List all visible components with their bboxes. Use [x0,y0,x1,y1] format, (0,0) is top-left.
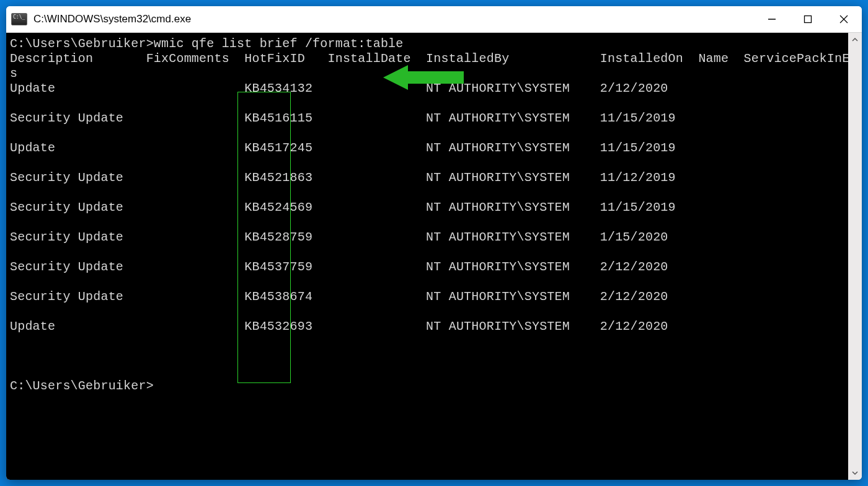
window-title: C:\WINDOWS\system32\cmd.exe [33,13,191,25]
client-area: C:\Users\Gebruiker>wmic qfe list brief /… [6,33,862,480]
minimize-button[interactable] [754,6,790,32]
window-buttons [754,6,862,32]
terminal[interactable]: C:\Users\Gebruiker>wmic qfe list brief /… [6,33,848,480]
cmd-window: C:\WINDOWS\system32\cmd.exe C:\Users\Geb… [6,6,862,480]
prompt-line: C:\Users\Gebruiker> [10,379,154,393]
close-button[interactable] [826,6,862,32]
prompt-line: C:\Users\Gebruiker>wmic qfe list brief /… [10,37,404,51]
scroll-down-button[interactable] [848,466,862,480]
scroll-up-button[interactable] [848,33,862,46]
table-row: Update KB4534132 NT AUTHORITY\SYSTEM 2/1… [10,81,676,334]
titlebar[interactable]: C:\WINDOWS\system32\cmd.exe [6,6,862,33]
table-header-wrap: s [10,66,17,81]
maximize-button[interactable] [790,6,826,32]
vertical-scrollbar[interactable] [848,33,862,480]
table-header: Description FixComments HotFixID Install… [10,51,848,66]
cmd-icon [11,13,27,25]
svg-rect-1 [805,16,812,23]
